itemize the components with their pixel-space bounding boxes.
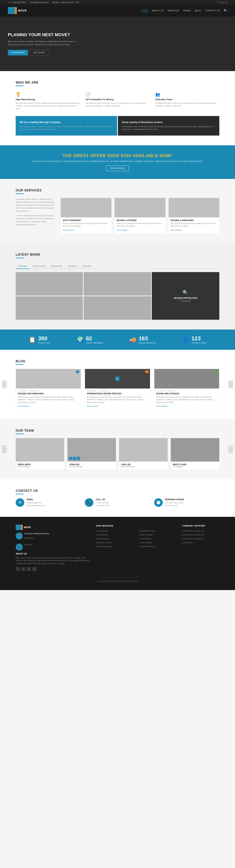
- team-next-button[interactable]: ›: [228, 445, 233, 453]
- blog-date-2: 15 FEBRUARY: [87, 390, 98, 392]
- footer-support-link-2[interactable]: Moving Tips to get by Turn: [182, 534, 204, 536]
- social-google-icon[interactable]: g+: [221, 1, 224, 3]
- footer-service-link-9[interactable]: Auto Transport: [139, 541, 152, 544]
- team-prev-button[interactable]: ‹: [2, 445, 7, 453]
- footer-service-link-5[interactable]: Household Moving: [96, 546, 112, 548]
- hero-buttons: LEARN MORE GET START: [8, 50, 82, 56]
- footer-service-link-8[interactable]: Long Distance: [139, 538, 152, 540]
- blog-section: BLOG ‹ 4 20 JANUARY COMMENTS: 5 PACKING …: [0, 350, 235, 420]
- footer-address-2: 📞 0000 000: [16, 544, 90, 551]
- footer-services-list: Long Distance Local Moving Auto Transpor…: [96, 529, 133, 548]
- team-fb-icon[interactable]: f: [69, 457, 72, 460]
- clipboard-icon: 📋: [29, 336, 36, 343]
- work-tabs: KITCHEN LIVING ROOM BATHROOM HALLWAY NUR…: [16, 264, 219, 269]
- footer-support-link-4[interactable]: Moving Tips: [182, 541, 193, 544]
- who-item-3-title: Dedicative Team: [155, 98, 219, 101]
- footer-support-list: Moving Tips to get by Turn Moving Tips t…: [182, 529, 219, 544]
- learn-more-button[interactable]: LEARN MORE: [8, 50, 28, 56]
- contact-line-6: Sat: 9am to 5pm: [165, 504, 184, 507]
- team-member-3-name: LARA LEE: [121, 464, 166, 466]
- service-1-read-more[interactable]: READ MORE ››: [63, 229, 75, 231]
- footer-service-link-4[interactable]: Moving & Storage: [96, 541, 111, 544]
- nav-pages[interactable]: PAGES: [183, 9, 191, 12]
- service-3-read-more[interactable]: READ MORE ››: [171, 229, 183, 231]
- blog-post-2-text: We finally got a piece of the pie, Seein…: [85, 396, 150, 405]
- footer-service-link-6[interactable]: International Moves: [139, 530, 156, 532]
- work-featured-title: MOVING PROTECTION: [174, 297, 197, 299]
- tab-kitchen[interactable]: KITCHEN: [16, 264, 30, 269]
- navbar: MOVE HOME ABOUT US SERVICES PAGES BLOG C…: [0, 5, 235, 17]
- blog-title: BLOG: [16, 360, 219, 363]
- tab-hallway[interactable]: HALLWAY: [65, 264, 79, 269]
- who-box-blue: We Are Leading Moving Company We finally…: [16, 116, 117, 135]
- who-item-2-text: We finally got a piece of the pie. We ar…: [85, 102, 150, 107]
- blog-divider: [16, 364, 24, 365]
- footer-services-col: OUR SERVICES Long Distance Local Moving …: [96, 525, 133, 571]
- nav-blog[interactable]: BLOG: [195, 9, 201, 12]
- blog-prev-button[interactable]: ‹: [2, 380, 7, 388]
- footer-service-link-2[interactable]: Local Moving: [96, 534, 108, 536]
- top-bar-social: f t g+ in: [217, 1, 227, 3]
- work-img-3: [16, 296, 83, 320]
- footer-logo-text: MOVE: [24, 526, 31, 529]
- offer-title-pre: THE GREAT OFFER: [63, 153, 106, 158]
- copyright-text: © Copyright Plan Moving 2016. All Rights…: [97, 580, 138, 582]
- footer-service-link-3[interactable]: Auto Transport: [96, 538, 109, 540]
- footer-gp-icon[interactable]: g: [27, 567, 31, 571]
- tab-nursery[interactable]: NURSERY: [79, 264, 95, 269]
- stat-item-1: 📋 350 Project done: [29, 335, 50, 344]
- blog-read-3[interactable]: READ MORE ››: [154, 405, 219, 409]
- footer-support-link-1[interactable]: Moving Tips to get by Turn: [182, 530, 204, 532]
- footer-address-line-1: 123 Ring in Mellwood WI 3661: [24, 532, 49, 535]
- team-card-body-2: JOHN DOE Product Manager: [68, 462, 116, 469]
- social-linkedin-icon[interactable]: in: [226, 1, 227, 3]
- tab-living-room[interactable]: LIVING ROOM: [30, 264, 48, 269]
- nav-about[interactable]: ABOUT US: [152, 9, 164, 12]
- footer-service-link-1[interactable]: Long Distance: [96, 530, 109, 532]
- work-img-1: [16, 272, 83, 296]
- footer-fb-icon[interactable]: f: [16, 567, 20, 571]
- social-facebook-icon[interactable]: f: [217, 1, 218, 3]
- stat-2-label: Clients Worldwide: [86, 342, 103, 344]
- team-gp-icon[interactable]: g: [77, 457, 80, 460]
- footer-ln-icon[interactable]: in: [32, 567, 36, 571]
- play-icon[interactable]: ▶: [115, 376, 120, 381]
- nav-contact[interactable]: CONTACT US: [205, 9, 220, 12]
- stats-banner: 📋 350 Project done 🌍 82 Clients Worldwid…: [0, 330, 235, 350]
- get-start-button[interactable]: GET START: [30, 50, 48, 56]
- service-2-read-more[interactable]: READ MORE ››: [116, 229, 129, 231]
- work-grid-main: 🔍 MOVING PROTECTION Photography: [16, 272, 219, 320]
- footer-service-link-10[interactable]: Household Moving: [139, 546, 155, 548]
- services-intro-text2: An active Alaskan doctor, doting text. S…: [16, 214, 55, 226]
- blog-date-3: 10 MARCH: [156, 390, 164, 392]
- logo-text: MOVE: [18, 9, 27, 12]
- blog-next-button[interactable]: ›: [228, 380, 233, 388]
- services-intro: An amiable Alaskan doctor, a rag-tag ex-…: [16, 198, 55, 234]
- footer-service-link-7[interactable]: Office Transport: [139, 534, 153, 536]
- nav-home[interactable]: HOME: [141, 9, 148, 12]
- blog-comments-1: COMMENTS: 5: [29, 390, 40, 392]
- contact-title: CONTACT US: [16, 489, 219, 493]
- who-we-are-section: WHO WE ARE 🏆 High Rated Moving We finall…: [0, 71, 235, 145]
- blog-post-3-text: We finally got a piece of the pie, Seein…: [154, 396, 219, 405]
- footer-support-link-3[interactable]: Moving Tips to get by Turn: [182, 538, 204, 540]
- stat-3-number: 163: [139, 335, 156, 342]
- social-twitter-icon[interactable]: t: [219, 1, 220, 3]
- service-card-3: PACKING & UNPACKING Such as your life ge…: [168, 198, 219, 234]
- plan-moving-button[interactable]: PLAN MOVING: [106, 165, 129, 171]
- blog-read-1[interactable]: READ MORE ››: [16, 405, 81, 409]
- nav-services[interactable]: SERVICES: [167, 9, 179, 12]
- team-tw-icon[interactable]: t: [73, 457, 76, 460]
- search-icon[interactable]: 🔍: [224, 9, 227, 12]
- team-member-1-role: Project Manager: [18, 466, 62, 468]
- footer-logo-orange: [21, 525, 23, 530]
- blog-read-2[interactable]: READ MORE ››: [85, 405, 150, 409]
- tab-bathroom[interactable]: BATHROOM: [48, 264, 65, 269]
- blog-date-1: 20 JANUARY: [18, 390, 27, 392]
- latest-work-title: LATEST WORK: [16, 253, 219, 256]
- footer-tw-icon[interactable]: t: [21, 567, 25, 571]
- blog-post-3-title: MOVING AND STORAGE: [154, 393, 219, 396]
- offer-banner: THE GREAT OFFER SAVE $150 AVAILABLE NOW!…: [0, 145, 235, 179]
- team-card-body-3: LARA LEE Finance Manager: [119, 462, 167, 469]
- who-item-3-text: We finally got a piece of the pie. We ar…: [155, 102, 219, 107]
